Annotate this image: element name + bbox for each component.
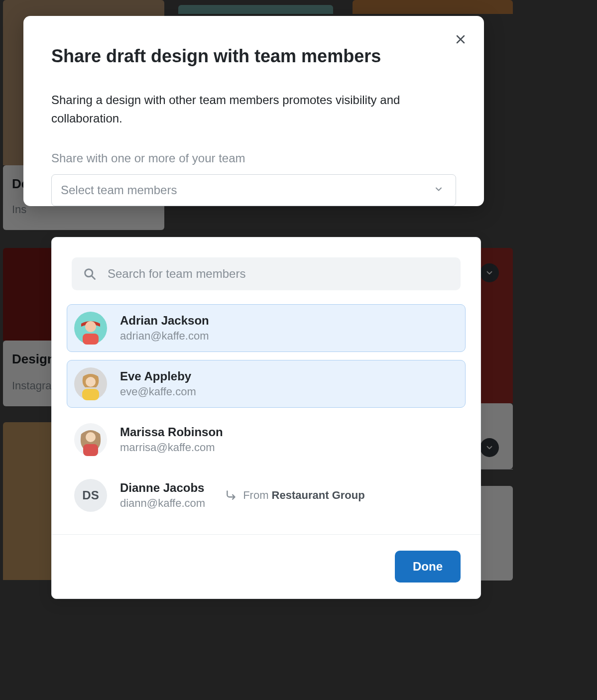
from-prefix: From <box>243 489 271 501</box>
share-modal: Share draft design with team members Sha… <box>23 16 484 206</box>
modal-title: Share draft design with team members <box>51 46 456 67</box>
member-name: Marissa Robinson <box>120 425 223 439</box>
member-item-dianne[interactable]: DS Dianne Jacobs diann@kaffe.com From Re… <box>67 471 466 519</box>
avatar <box>74 312 107 345</box>
sub-arrow-icon <box>225 489 238 502</box>
svg-rect-9 <box>83 444 98 456</box>
svg-rect-3 <box>83 334 99 345</box>
member-email: adrian@kaffe.com <box>120 330 209 343</box>
member-item-eve[interactable]: Eve Appleby eve@kaffe.com <box>67 360 466 408</box>
modal-header: Share draft design with team members <box>23 16 484 67</box>
member-item-adrian[interactable]: Adrian Jackson adrian@kaffe.com <box>67 304 466 352</box>
member-name: Dianne Jacobs <box>120 481 205 495</box>
done-button[interactable]: Done <box>395 551 461 583</box>
member-info: Dianne Jacobs diann@kaffe.com <box>120 481 205 510</box>
member-from-group: From Restaurant Group <box>225 489 364 502</box>
member-info: Eve Appleby eve@kaffe.com <box>120 369 196 398</box>
member-info: Adrian Jackson adrian@kaffe.com <box>120 314 209 343</box>
select-placeholder: Select team members <box>61 183 177 197</box>
svg-point-5 <box>86 377 96 387</box>
dropdown-footer: Done <box>52 534 480 598</box>
share-section-label: Share with one or more of your team <box>51 151 456 165</box>
member-info: Marissa Robinson marrisa@kaffe.com <box>120 425 223 454</box>
avatar-initials: DS <box>74 479 107 512</box>
modal-body: Sharing a design with other team members… <box>23 67 484 206</box>
member-list: Adrian Jackson adrian@kaffe.com Eve Appl… <box>52 304 480 534</box>
search-wrapper <box>72 257 461 290</box>
modal-description: Sharing a design with other team members… <box>51 91 456 127</box>
from-group-name: Restaurant Group <box>272 489 365 501</box>
member-name: Eve Appleby <box>120 369 196 383</box>
search-input[interactable] <box>108 267 450 281</box>
svg-rect-6 <box>82 389 99 400</box>
chevron-down-icon <box>434 184 444 196</box>
member-item-marissa[interactable]: Marissa Robinson marrisa@kaffe.com <box>67 416 466 464</box>
team-member-dropdown: Adrian Jackson adrian@kaffe.com Eve Appl… <box>51 237 481 599</box>
member-email: eve@kaffe.com <box>120 385 196 398</box>
member-name: Adrian Jackson <box>120 314 209 328</box>
svg-point-2 <box>85 321 96 332</box>
avatar <box>74 367 107 400</box>
avatar <box>74 423 107 456</box>
member-email: marrisa@kaffe.com <box>120 441 223 454</box>
search-icon <box>83 266 97 281</box>
close-button[interactable] <box>452 31 469 48</box>
close-icon <box>455 33 467 45</box>
member-email: diann@kaffe.com <box>120 497 205 510</box>
svg-point-0 <box>85 269 93 277</box>
team-member-select[interactable]: Select team members <box>51 174 456 206</box>
svg-point-8 <box>86 432 96 442</box>
